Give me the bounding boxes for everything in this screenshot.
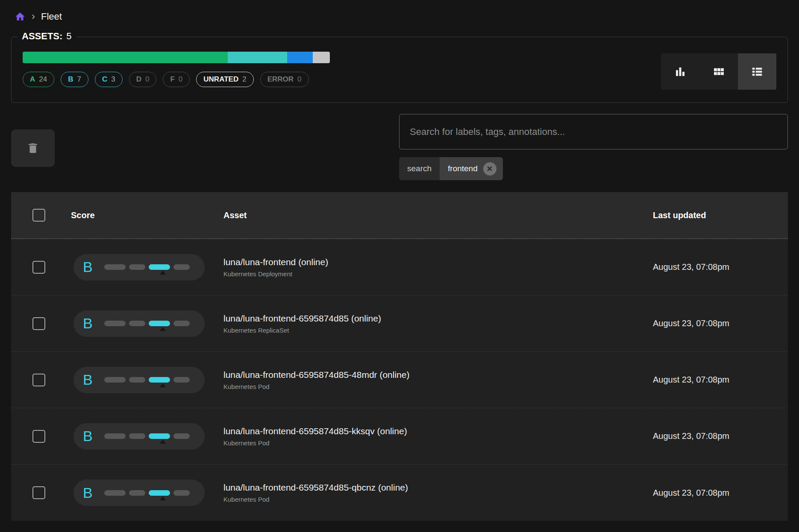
gauge-bar (129, 264, 145, 270)
chart-view-button[interactable] (661, 53, 699, 90)
filter-chip-text: frontend (448, 164, 478, 173)
filter-chip-value: frontend (440, 157, 503, 180)
view-toggle-group (661, 53, 776, 90)
table-body: B luna/luna-frontend (online) Kubernetes… (11, 239, 788, 521)
score-badge: B (73, 479, 205, 506)
last-updated-value: August 23, 07:08pm (653, 262, 788, 272)
score-pointer-icon (160, 327, 166, 331)
gauge-bar-active (149, 433, 170, 439)
score-grade: B (83, 259, 96, 275)
pill-grade: B (68, 75, 73, 84)
close-icon (487, 166, 493, 172)
gauge-bar (104, 433, 126, 439)
filter-chip-key: search (399, 157, 440, 180)
pill-grade: A (30, 75, 35, 84)
gauge-bar (129, 321, 145, 326)
last-updated-value: August 23, 07:08pm (653, 375, 788, 385)
asset-name-link[interactable]: luna/luna-frontend-6595874d85 (online) (223, 313, 653, 324)
grade-pill-b[interactable]: B 7 (61, 72, 88, 87)
asset-table: Score Asset Last updated B (11, 192, 788, 521)
pill-count: 0 (297, 75, 301, 84)
table-row[interactable]: B luna/luna-frontend-6595874d85-kksqv (o… (11, 408, 788, 465)
score-gauge (104, 264, 190, 270)
assets-count: 5 (66, 31, 71, 42)
column-header-asset: Asset (223, 210, 247, 220)
gauge-bar (104, 321, 126, 326)
gauge-bar (173, 433, 190, 439)
bar-chart-icon (674, 65, 687, 78)
trash-icon (26, 142, 39, 155)
breadcrumb-current: Fleet (41, 11, 62, 22)
pill-grade: UNRATED (203, 75, 238, 84)
gauge-bar-active (149, 490, 170, 496)
list-icon (751, 65, 764, 78)
table-row[interactable]: B luna/luna-frontend-6595874d85-48mdr (o… (11, 352, 788, 408)
asset-type: Kubernetes Deployment (223, 270, 653, 278)
score-badge: B (73, 254, 205, 281)
pill-grade: ERROR (267, 75, 294, 84)
grade-pill-a[interactable]: A 24 (23, 72, 54, 87)
select-all-checkbox[interactable] (32, 209, 45, 222)
table-row[interactable]: B luna/luna-frontend-6595874d85-qbcnz (o… (11, 465, 788, 521)
score-pointer-icon (160, 271, 166, 275)
distribution-segment-a (23, 52, 228, 63)
pill-grade: F (170, 75, 174, 84)
pill-count: 2 (242, 75, 246, 84)
search-input[interactable] (399, 114, 788, 149)
table-row[interactable]: B luna/luna-frontend (online) Kubernetes… (11, 239, 788, 295)
asset-type: Kubernetes Pod (223, 439, 653, 447)
asset-name-link[interactable]: luna/luna-frontend-6595874d85-kksqv (onl… (223, 426, 653, 436)
grade-pill-f[interactable]: F 0 (163, 72, 190, 87)
table-row[interactable]: B luna/luna-frontend-6595874d85 (online)… (11, 295, 788, 352)
score-pointer-icon (160, 440, 166, 444)
pill-grade: C (102, 75, 107, 84)
fleet-page: › Fleet ASSETS: 5 A 24 B 7 C 3 (0, 0, 799, 532)
row-checkbox[interactable] (32, 317, 45, 330)
asset-name-link[interactable]: luna/luna-frontend (online) (223, 257, 653, 267)
search-area: search frontend (399, 114, 788, 180)
row-checkbox[interactable] (32, 261, 45, 274)
score-gauge (104, 377, 190, 383)
gauge-bar (104, 490, 126, 496)
gauge-bar (173, 264, 190, 270)
grid-icon (712, 65, 725, 78)
gauge-bar (104, 264, 126, 270)
pill-count: 0 (179, 75, 182, 84)
asset-name-link[interactable]: luna/luna-frontend-6595874d85-qbcnz (onl… (223, 482, 653, 493)
grade-pill-d[interactable]: D 0 (129, 72, 157, 87)
asset-type: Kubernetes Pod (223, 383, 653, 390)
remove-filter-button[interactable] (483, 162, 496, 175)
grade-distribution-bar (23, 52, 330, 63)
score-grade: B (83, 428, 96, 444)
score-grade: B (83, 485, 96, 501)
gauge-bar (173, 377, 190, 383)
score-grade: B (83, 315, 96, 332)
home-icon[interactable] (15, 11, 26, 22)
gauge-bar (129, 377, 145, 383)
pill-count: 24 (39, 75, 47, 84)
column-header-score: Score (71, 210, 95, 220)
distribution-segment-c (287, 52, 313, 63)
asset-name-link[interactable]: luna/luna-frontend-6595874d85-48mdr (onl… (223, 370, 653, 380)
last-updated-value: August 23, 07:08pm (653, 488, 788, 498)
row-checkbox[interactable] (32, 486, 45, 499)
score-grade: B (83, 371, 96, 388)
gauge-bar (173, 321, 190, 326)
gauge-bar-active (149, 377, 170, 383)
gauge-bar (129, 490, 145, 496)
grid-view-button[interactable] (699, 53, 738, 90)
list-view-button[interactable] (738, 53, 776, 90)
column-header-updated: Last updated (653, 210, 706, 220)
delete-button[interactable] (11, 129, 55, 167)
score-badge: B (73, 423, 205, 450)
score-gauge (104, 490, 190, 496)
row-checkbox[interactable] (32, 374, 45, 386)
assets-label: ASSETS: (22, 31, 62, 42)
asset-type: Kubernetes ReplicaSet (223, 327, 653, 334)
gauge-bar (104, 377, 126, 383)
row-checkbox[interactable] (32, 430, 45, 443)
grade-pill-c[interactable]: C 3 (95, 72, 123, 87)
grade-pill-error[interactable]: ERROR 0 (260, 72, 309, 87)
gauge-bar (129, 433, 145, 439)
grade-pill-unrated[interactable]: UNRATED 2 (196, 72, 253, 87)
